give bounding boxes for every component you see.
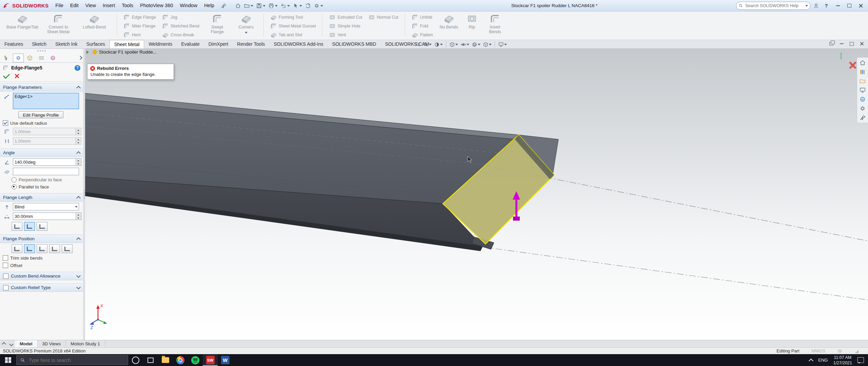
ok-check-icon[interactable]: [3, 72, 10, 79]
doc-close-button[interactable]: [859, 41, 865, 47]
action-center-icon[interactable]: [857, 357, 864, 363]
display-style-button[interactable]: [449, 41, 459, 48]
tray-expand-icon[interactable]: [809, 358, 813, 363]
taskbar-clock[interactable]: 11:07 AM 1/27/2021: [833, 355, 852, 366]
featuremanager-tab[interactable]: [1, 54, 12, 62]
insert-bends-button[interactable]: Insert Bends: [484, 13, 507, 34]
tab-weldments[interactable]: Weldments: [144, 40, 177, 48]
view-settings-button[interactable]: [497, 41, 508, 48]
task-pane-pin-icon[interactable]: [859, 114, 866, 121]
restore-button[interactable]: [845, 2, 854, 10]
tab-solidworks-mbd[interactable]: SOLIDWORKS MBD: [328, 40, 381, 48]
graphics-area[interactable]: X Z Stockcar F1 spoiler Rudde... Rebu: [85, 48, 868, 340]
flange-length-header[interactable]: Flange Length: [0, 193, 83, 202]
lofted-bend-button[interactable]: Lofted-Bend: [77, 13, 112, 29]
propertymanager-tab[interactable]: [13, 54, 24, 62]
menu-help[interactable]: Help: [201, 0, 218, 11]
open-button[interactable]: [243, 2, 254, 9]
flange-length-spinner[interactable]: [76, 213, 81, 220]
bend-radius-spinner[interactable]: [76, 128, 81, 135]
doc-cascade-button[interactable]: [828, 41, 835, 47]
reference-face-input[interactable]: [13, 169, 79, 174]
rebuild-button[interactable]: [304, 2, 312, 9]
breadcrumb[interactable]: Stockcar F1 spoiler Rudde...: [86, 49, 157, 55]
hide-show-items-button[interactable]: [460, 41, 470, 48]
vent-button[interactable]: Vent: [327, 31, 364, 39]
position-bend-from-virtual-sharp-button[interactable]: [49, 244, 60, 253]
tab-sketch-ink[interactable]: Sketch Ink: [51, 40, 82, 48]
appearances-icon[interactable]: [859, 96, 866, 103]
no-bends-button[interactable]: No Bends: [437, 13, 460, 29]
convert-to-sheet-metal-button[interactable]: Convert to Sheet Metal: [43, 13, 74, 34]
menu-edit[interactable]: Edit: [67, 0, 82, 11]
help-icon[interactable]: ?: [75, 65, 80, 71]
close-button[interactable]: [856, 2, 865, 10]
manager-tab-overflow[interactable]: [79, 56, 82, 59]
confirm-cancel-button[interactable]: [849, 61, 856, 69]
configurationmanager-tab[interactable]: [24, 54, 35, 62]
unfold-button[interactable]: Unfold: [410, 13, 435, 21]
hem-button[interactable]: Hem: [122, 31, 158, 39]
length-inner-virtual-sharp-button[interactable]: [24, 222, 35, 231]
flange-parameters-header[interactable]: Flange Parameters: [0, 83, 83, 92]
tag-icon[interactable]: [837, 349, 842, 353]
tab-render-tools[interactable]: Render Tools: [233, 40, 269, 48]
zoom-to-area-button[interactable]: [422, 41, 432, 48]
flatten-button[interactable]: Flatten: [410, 31, 435, 39]
gap-distance-spinner[interactable]: [76, 138, 81, 144]
tab-sketch[interactable]: Sketch: [27, 40, 51, 48]
tab-solidworks-add-ins[interactable]: SOLIDWORKS Add-Ins: [269, 40, 328, 48]
model-tab[interactable]: Model: [15, 340, 38, 348]
taskbar-search-input[interactable]: [28, 357, 124, 363]
fold-button[interactable]: Fold: [410, 22, 435, 30]
motion-study-tab[interactable]: Motion Study 1: [66, 340, 105, 348]
gap-distance-input[interactable]: [13, 139, 76, 144]
chrome-button[interactable]: [173, 354, 188, 366]
tab-features[interactable]: Features: [0, 40, 27, 48]
confirm-ok-button[interactable]: [841, 53, 842, 59]
trim-side-bends-checkbox[interactable]: [3, 255, 8, 261]
options-button[interactable]: [313, 2, 324, 9]
spotify-button[interactable]: [188, 354, 203, 366]
tab-evaluate[interactable]: Evaluate: [177, 40, 204, 48]
base-flange-button[interactable]: Base Flange/Tab: [5, 13, 40, 29]
end-condition-dropdown[interactable]: Blind: [13, 203, 79, 210]
tab-scroll-left-icon[interactable]: [0, 340, 7, 348]
tab-sheet-metal[interactable]: Sheet Metal: [110, 40, 144, 48]
view-orientation-button[interactable]: [482, 41, 492, 48]
file-explorer-button[interactable]: [158, 354, 173, 366]
doc-restore-button[interactable]: [848, 41, 855, 47]
extruded-cut-button[interactable]: Extruded Cut: [327, 13, 364, 21]
doc-minimize-button[interactable]: [838, 41, 845, 47]
length-tangent-bend-button[interactable]: [37, 222, 47, 231]
sketched-bend-button[interactable]: Sketched Bend: [160, 22, 201, 30]
word-button[interactable]: W: [218, 354, 233, 366]
menu-view[interactable]: View: [82, 0, 99, 11]
custom-bend-allowance-header[interactable]: Custom Bend Allowance: [0, 272, 83, 280]
save-button[interactable]: [255, 2, 267, 9]
normal-cut-button[interactable]: Normal Cut: [367, 13, 400, 21]
tab-scroll-right-icon[interactable]: [7, 340, 15, 348]
custom-bend-allowance-checkbox[interactable]: [3, 273, 8, 279]
position-material-inside-button[interactable]: [12, 244, 22, 253]
tab-dimxpert[interactable]: DimXpert: [204, 40, 233, 48]
start-button[interactable]: [0, 354, 16, 366]
file-explorer-icon[interactable]: [859, 78, 866, 84]
use-default-radius-checkbox[interactable]: [3, 120, 8, 126]
reference-face-field[interactable]: [13, 168, 79, 175]
flange-position-header[interactable]: Flange Position: [0, 235, 83, 243]
home-button[interactable]: [234, 2, 242, 9]
help-search-input[interactable]: [745, 3, 804, 8]
custom-relief-type-header[interactable]: Custom Relief Type: [0, 283, 83, 292]
flange-angle-spinner[interactable]: [76, 159, 81, 165]
menu-window[interactable]: Window: [176, 0, 201, 11]
dimxpertmanager-tab[interactable]: [36, 54, 47, 62]
custom-relief-type-checkbox[interactable]: [3, 285, 8, 290]
flange-angle-field[interactable]: [13, 158, 81, 166]
forming-tool-button[interactable]: Forming Tool: [269, 13, 318, 21]
custom-properties-icon[interactable]: [859, 105, 866, 112]
position-tangent-to-bend-button[interactable]: [62, 244, 73, 253]
perpendicular-radio[interactable]: [12, 177, 17, 182]
simple-hole-button[interactable]: Simple Hole: [327, 22, 364, 30]
cross-break-button[interactable]: Cross-Break: [160, 31, 201, 39]
